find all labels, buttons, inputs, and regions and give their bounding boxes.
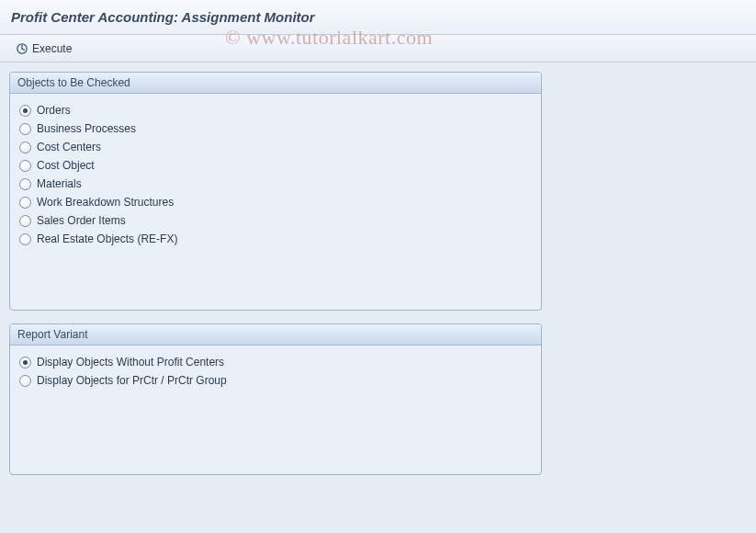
radio-display-without-profit-centers[interactable]: Display Objects Without Profit Centers: [19, 353, 532, 371]
radio-label: Cost Centers: [37, 141, 101, 153]
radio-business-processes[interactable]: Business Processes: [19, 119, 532, 138]
groupbox-objects-title: Objects to Be Checked: [10, 73, 541, 94]
radio-icon: [19, 142, 31, 153]
radio-sales-order-items[interactable]: Sales Order Items: [19, 211, 532, 230]
execute-button[interactable]: Execute: [9, 39, 78, 59]
radio-label: Sales Order Items: [37, 214, 126, 227]
radio-icon: [19, 178, 31, 190]
execute-icon: [16, 42, 28, 55]
groupbox-variant-body: Display Objects Without Profit Centers D…: [10, 346, 541, 474]
radio-orders[interactable]: Orders: [19, 101, 532, 119]
groupbox-report-variant: Report Variant Display Objects Without P…: [9, 323, 542, 475]
page-title: Profit Center Accounting: Assignment Mon…: [11, 9, 315, 25]
radio-icon: [19, 233, 31, 245]
radio-materials[interactable]: Materials: [19, 175, 532, 193]
radio-icon: [19, 215, 31, 227]
radio-icon: [19, 357, 31, 369]
groupbox-variant-title: Report Variant: [10, 324, 541, 346]
radio-cost-centers[interactable]: Cost Centers: [19, 138, 532, 156]
groupbox-objects: Objects to Be Checked Orders Business Pr…: [9, 72, 542, 311]
toolbar: Execute: [0, 35, 756, 62]
content-area: Objects to Be Checked Orders Business Pr…: [0, 62, 756, 533]
radio-label: Display Objects for PrCtr / PrCtr Group: [37, 374, 227, 387]
groupbox-objects-body: Orders Business Processes Cost Centers C…: [10, 94, 541, 310]
title-bar: Profit Center Accounting: Assignment Mon…: [0, 0, 756, 35]
radio-label: Display Objects Without Profit Centers: [37, 356, 224, 369]
radio-icon: [19, 123, 31, 135]
svg-line-2: [22, 49, 25, 50]
radio-cost-object[interactable]: Cost Object: [19, 156, 532, 175]
execute-label: Execute: [32, 42, 72, 55]
app-window: Profit Center Accounting: Assignment Mon…: [0, 0, 756, 533]
radio-label: Business Processes: [37, 122, 136, 135]
radio-label: Cost Object: [37, 159, 95, 172]
radio-icon: [19, 160, 31, 172]
radio-icon: [19, 197, 31, 209]
radio-label: Real Estate Objects (RE-FX): [37, 232, 177, 245]
radio-label: Orders: [37, 104, 71, 117]
radio-real-estate-objects[interactable]: Real Estate Objects (RE-FX): [19, 230, 532, 248]
radio-icon: [19, 375, 31, 387]
radio-label: Materials: [37, 177, 82, 190]
radio-icon: [19, 105, 31, 117]
radio-display-for-prctr-group[interactable]: Display Objects for PrCtr / PrCtr Group: [19, 371, 532, 390]
radio-label: Work Breakdown Structures: [37, 196, 174, 209]
radio-work-breakdown-structures[interactable]: Work Breakdown Structures: [19, 193, 532, 211]
